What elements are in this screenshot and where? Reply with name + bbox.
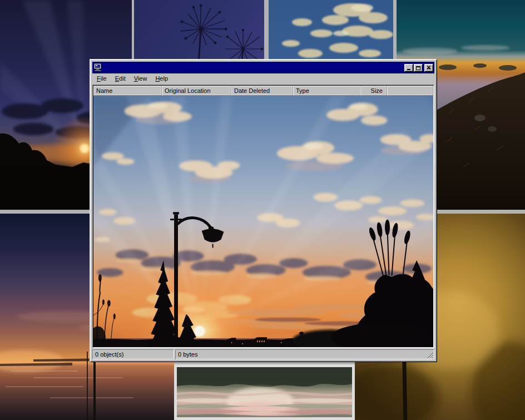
resize-grip-icon[interactable]	[427, 352, 434, 359]
window-controls	[404, 64, 433, 72]
menu-view[interactable]: View	[130, 74, 152, 83]
program-computer-icon[interactable]	[93, 63, 102, 72]
column-header-name[interactable]: Name	[93, 86, 162, 96]
desktop: File Edit View Help Name Original Locati…	[0, 0, 525, 420]
column-header-size[interactable]: Size	[360, 86, 387, 96]
status-bar: 0 object(s) 0 bytes	[92, 349, 434, 359]
minimize-icon	[407, 69, 410, 70]
list-background-sunset-streetlamp-photo[interactable]	[93, 96, 433, 347]
maximize-icon	[416, 66, 420, 70]
maximize-button[interactable]	[414, 64, 423, 72]
recycle-bin-window: File Edit View Help Name Original Locati…	[90, 59, 437, 362]
close-icon	[427, 66, 431, 70]
status-object-count: 0 object(s)	[92, 349, 174, 359]
column-header-filler[interactable]	[387, 86, 433, 96]
list-view-inner: Name Original Location Date Deleted Type…	[93, 85, 434, 348]
desktop-photo-water-reflection	[174, 364, 355, 420]
title-bar[interactable]	[92, 62, 434, 73]
menu-bar: File Edit View Help	[92, 73, 434, 84]
column-headers: Name Original Location Date Deleted Type…	[93, 86, 433, 96]
menu-edit[interactable]: Edit	[111, 74, 130, 83]
close-button[interactable]	[424, 64, 433, 72]
column-header-type[interactable]: Type	[293, 86, 360, 96]
menu-file[interactable]: File	[93, 74, 111, 83]
status-size-text: 0 bytes	[178, 351, 197, 358]
minimize-button[interactable]	[404, 64, 413, 72]
status-size: 0 bytes	[175, 349, 434, 359]
column-header-date-deleted[interactable]: Date Deleted	[231, 86, 293, 96]
column-header-original-location[interactable]: Original Location	[162, 86, 231, 96]
menu-help[interactable]: Help	[151, 74, 172, 83]
list-view: Name Original Location Date Deleted Type…	[92, 85, 434, 348]
